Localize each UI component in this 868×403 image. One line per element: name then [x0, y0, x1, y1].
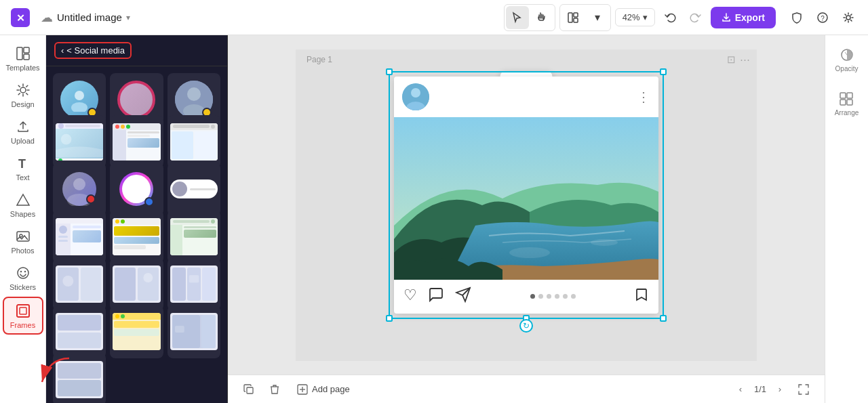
dot-6: [571, 294, 576, 299]
zoom-chevron: ▾: [643, 12, 648, 22]
dot-5: [563, 294, 568, 299]
svg-point-26: [61, 134, 72, 145]
app-logo[interactable]: ✕: [8, 5, 33, 30]
frame-thumb-col-2[interactable]: [110, 258, 163, 311]
canvas-scroll[interactable]: Page 1 ⊡ ⋯ ⋯: [228, 35, 825, 375]
sidebar-item-upload[interactable]: Upload: [3, 114, 43, 149]
title-chevron[interactable]: ▾: [126, 13, 130, 22]
insta-actions: ♡: [394, 280, 658, 314]
instagram-card-wrapper: ⋮: [394, 77, 658, 314]
panel-header: ‹ < Social media: [46, 35, 227, 66]
hand-tool-button[interactable]: [530, 6, 553, 29]
bottom-delete-button[interactable]: [264, 379, 285, 400]
dot-2: [538, 294, 543, 299]
frame-thumb-pill[interactable]: [167, 163, 220, 215]
frame-thumb-row-1[interactable]: [53, 305, 106, 358]
frame-thumb-rect-2[interactable]: [110, 115, 163, 168]
handle-top-left[interactable]: [386, 68, 393, 75]
frame-thumb-rect-1[interactable]: [53, 115, 106, 168]
sidebar-item-design[interactable]: Design: [3, 77, 43, 112]
zoom-button[interactable]: 42% ▾: [615, 8, 655, 26]
sidebar-item-frames[interactable]: Frames: [3, 297, 43, 335]
svg-rect-51: [847, 93, 852, 98]
page-expand-icon[interactable]: ⊡: [727, 54, 736, 66]
svg-point-7: [846, 16, 850, 20]
svg-text:✕: ✕: [16, 12, 25, 23]
sidebar-item-text[interactable]: T Text: [3, 150, 43, 186]
document-title[interactable]: Untitled image: [57, 12, 122, 23]
bottom-bar: Add page ‹ 1/1 ›: [228, 375, 825, 403]
export-button[interactable]: Export: [711, 7, 776, 28]
select-tool-button[interactable]: [506, 6, 529, 29]
canvas-page: Page 1 ⊡ ⋯ ⋯: [296, 49, 757, 361]
dot-3: [547, 294, 551, 299]
svg-point-15: [20, 234, 22, 237]
layout-tools: ▾: [559, 4, 611, 31]
arrange-panel-item[interactable]: Arrange: [832, 87, 862, 121]
topbar: ✕ ☁ Untitled image ▾ ▾ 42% ▾: [0, 0, 868, 35]
sidebar-item-stickers[interactable]: Stickers: [3, 260, 43, 295]
add-page-label: Add page: [312, 384, 350, 394]
svg-rect-45: [247, 387, 253, 394]
handle-bottom-right[interactable]: [660, 315, 667, 322]
layout-button[interactable]: [561, 6, 585, 29]
right-panel: Opacity Arrange: [825, 35, 868, 403]
svg-point-38: [411, 88, 420, 98]
comment-button[interactable]: [428, 287, 444, 307]
svg-rect-20: [20, 307, 26, 314]
frame-thumb-app-1[interactable]: [53, 210, 106, 263]
sidebar-item-shapes[interactable]: Shapes: [3, 187, 43, 222]
svg-point-18: [24, 271, 25, 272]
prev-page-button[interactable]: ‹: [732, 381, 749, 398]
page-icons: ⊡ ⋯: [727, 54, 750, 66]
svg-point-22: [71, 102, 87, 112]
sidebar-item-photos[interactable]: Photos: [3, 224, 43, 259]
sidebar-item-templates[interactable]: Templates: [3, 41, 43, 76]
frame-thumb-col-3[interactable]: [167, 258, 220, 311]
panel-back-button[interactable]: ‹ < Social media: [54, 42, 132, 59]
frame-thumb-circle-badge-red[interactable]: [53, 163, 106, 215]
opacity-panel-item[interactable]: Opacity: [833, 43, 861, 77]
handle-bottom-left[interactable]: [386, 315, 393, 322]
frame-thumb-circle-gradient[interactable]: [110, 163, 163, 215]
instagram-card: ⋮: [394, 77, 658, 314]
svg-rect-19: [17, 305, 29, 317]
dot-1: [530, 294, 535, 299]
share-button[interactable]: [455, 287, 471, 307]
settings-button[interactable]: [837, 6, 860, 29]
frame-thumb-app-3[interactable]: [167, 210, 220, 263]
redo-button[interactable]: [684, 6, 707, 29]
frame-thumb-rect-3[interactable]: [167, 115, 220, 168]
handle-top-right[interactable]: [660, 68, 667, 75]
svg-text:T: T: [18, 157, 26, 171]
add-page-button[interactable]: Add page: [290, 381, 357, 398]
rotate-handle[interactable]: ↻: [519, 319, 533, 333]
frame-thumb-bottom-1[interactable]: [53, 353, 106, 403]
svg-point-29: [133, 181, 145, 193]
svg-point-24: [187, 87, 201, 101]
shield-button[interactable]: [785, 6, 808, 29]
insta-dots-row: [471, 294, 634, 299]
frame-thumb-col-1[interactable]: [53, 258, 106, 311]
svg-point-42: [591, 239, 618, 246]
layout-chevron[interactable]: ▾: [586, 6, 609, 29]
svg-point-17: [20, 271, 21, 272]
fullscreen-button[interactable]: [793, 379, 814, 400]
frame-thumb-row-2[interactable]: [110, 305, 163, 358]
bookmark-button[interactable]: [634, 287, 649, 306]
frame-thumb-row-3[interactable]: [167, 305, 220, 358]
insta-avatar: [402, 83, 429, 110]
frame-thumb-app-2[interactable]: [110, 210, 163, 263]
next-page-button[interactable]: ›: [772, 381, 788, 398]
sidebar-text-label: Text: [16, 173, 29, 182]
page-more-icon[interactable]: ⋯: [740, 54, 750, 66]
svg-point-41: [509, 247, 550, 258]
like-button[interactable]: ♡: [403, 287, 417, 307]
insta-action-icons: ♡: [403, 287, 471, 307]
undo-button[interactable]: [659, 6, 682, 29]
svg-rect-50: [840, 93, 846, 98]
svg-rect-2: [568, 13, 572, 22]
help-button[interactable]: ?: [811, 6, 834, 29]
bottom-copy-button[interactable]: [239, 379, 259, 400]
insta-more-button[interactable]: ⋮: [637, 89, 650, 105]
